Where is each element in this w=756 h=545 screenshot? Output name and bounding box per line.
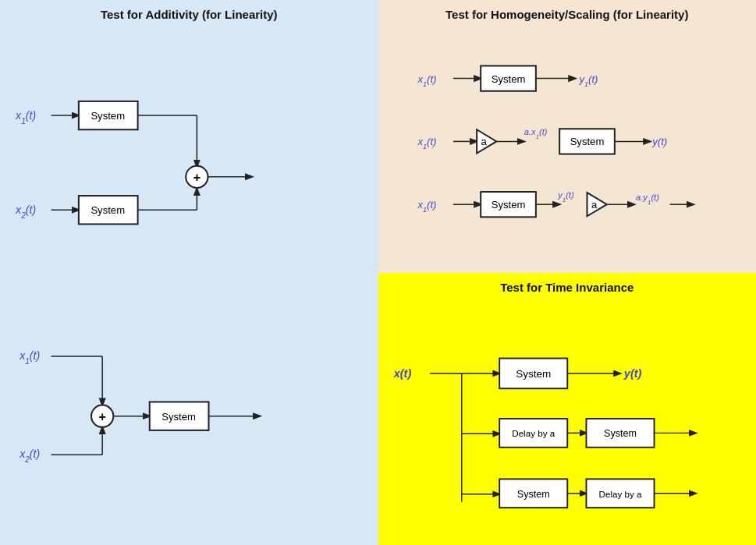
svg-text:x1(t): x1(t) (417, 199, 436, 214)
diagram-timeinvariance: x(t) System y(t) Delay by a System (386, 302, 749, 536)
diagram-homogeneity: x1(t) System y1(t) x1(t) a a.x1(t) Syste… (386, 29, 749, 273)
panel-title-timeinv: Test for Time Invariance (386, 281, 749, 294)
svg-text:System: System (516, 367, 551, 379)
label-x1t: x1(t) (15, 109, 36, 125)
diagram-additivity-bottom: x1(t) x2(t) + System (8, 281, 371, 525)
svg-text:+: + (98, 409, 105, 423)
svg-text:System: System (491, 199, 525, 211)
svg-text:a: a (481, 136, 487, 147)
panel-homogeneity: Test for Homogeneity/Scaling (for Linear… (378, 0, 757, 273)
svg-text:x2(t): x2(t) (19, 448, 40, 464)
svg-text:x(t): x(t) (392, 366, 411, 379)
svg-text:a.y1(t): a.y1(t) (636, 193, 659, 205)
svg-text:y1(t): y1(t) (557, 190, 574, 203)
svg-text:y(t): y(t) (651, 136, 667, 147)
panel-additivity-bottom: x1(t) x2(t) + System (0, 273, 378, 546)
svg-text:x1(t): x1(t) (417, 73, 436, 88)
label-system2: System (91, 204, 125, 216)
svg-text:+: + (193, 170, 201, 184)
svg-text:System: System (491, 73, 525, 85)
panel-title-additivity: Test for Additivity (for Linearity) (8, 8, 371, 21)
svg-text:x1(t): x1(t) (19, 349, 40, 364)
svg-text:Delay by a: Delay by a (598, 488, 641, 498)
panel-timeinvariance: Test for Time Invariance x(t) System (378, 273, 757, 546)
diagram-additivity: x1(t) System x2(t) System + (8, 29, 371, 273)
svg-text:System: System (604, 428, 637, 439)
svg-text:y1(t): y1(t) (578, 73, 598, 88)
panel-additivity: Test for Additivity (for Linearity) x1(t… (0, 0, 378, 273)
svg-text:x1(t): x1(t) (417, 136, 436, 150)
svg-text:System: System (570, 136, 604, 147)
svg-text:Delay by a: Delay by a (512, 428, 555, 438)
label-x2t: x2(t) (15, 203, 36, 220)
label-system1: System (91, 110, 125, 122)
svg-text:y(t): y(t) (623, 366, 641, 379)
svg-text:System: System (161, 410, 196, 422)
svg-text:a: a (591, 199, 597, 211)
svg-text:System: System (516, 488, 549, 499)
svg-text:a.x1(t): a.x1(t) (524, 127, 547, 140)
panel-title-homogeneity: Test for Homogeneity/Scaling (for Linear… (386, 8, 749, 21)
